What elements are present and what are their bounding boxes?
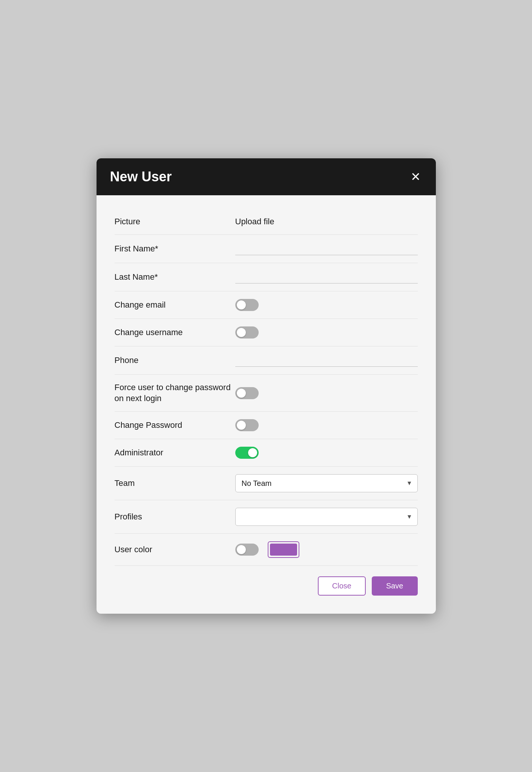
change-username-track <box>235 326 259 339</box>
change-username-label: Change username <box>115 327 235 338</box>
change-email-label: Change email <box>115 300 235 311</box>
last-name-control <box>235 271 418 283</box>
force-change-password-control <box>235 387 418 399</box>
first-name-row: First Name* <box>115 235 418 263</box>
administrator-toggle[interactable] <box>235 447 259 459</box>
color-swatch-wrapper[interactable] <box>268 541 299 558</box>
phone-label: Phone <box>115 355 235 366</box>
first-name-control <box>235 242 418 255</box>
change-email-knob <box>237 300 246 309</box>
picture-label: Picture <box>115 216 235 227</box>
profiles-control: ▼ <box>235 508 418 526</box>
force-change-password-knob <box>237 389 246 398</box>
administrator-track <box>235 447 259 459</box>
first-name-label: First Name* <box>115 244 235 254</box>
last-name-input[interactable] <box>235 271 418 283</box>
new-user-modal: New User ✕ Picture Upload file First Nam… <box>97 158 436 614</box>
change-password-knob <box>237 421 246 430</box>
picture-row: Picture Upload file <box>115 209 418 235</box>
phone-control <box>235 354 418 367</box>
force-change-password-label: Force user to change password on next lo… <box>115 382 235 404</box>
change-username-toggle[interactable] <box>235 326 259 339</box>
color-swatch <box>270 544 297 556</box>
change-email-control <box>235 299 418 311</box>
change-password-control <box>235 419 418 431</box>
change-email-track <box>235 299 259 311</box>
profiles-row: Profiles ▼ <box>115 500 418 534</box>
profiles-label: Profiles <box>115 512 235 522</box>
phone-row: Phone <box>115 346 418 375</box>
profiles-select-wrapper: ▼ <box>235 508 418 526</box>
user-color-knob <box>237 545 246 554</box>
change-password-toggle[interactable] <box>235 419 259 431</box>
administrator-label: Administrator <box>115 447 235 458</box>
administrator-control <box>235 447 418 459</box>
modal-title: New User <box>110 169 172 185</box>
modal-body: Picture Upload file First Name* Last Nam… <box>97 195 436 614</box>
user-color-label: User color <box>115 544 235 555</box>
force-change-password-track <box>235 387 259 399</box>
force-change-password-row: Force user to change password on next lo… <box>115 375 418 412</box>
last-name-row: Last Name* <box>115 263 418 291</box>
team-select-wrapper: No Team Team A Team B ▼ <box>235 474 418 492</box>
user-color-track <box>235 544 259 556</box>
administrator-row: Administrator <box>115 439 418 467</box>
team-row: Team No Team Team A Team B ▼ <box>115 467 418 500</box>
change-password-track <box>235 419 259 431</box>
user-color-control <box>235 541 418 558</box>
close-icon-button[interactable]: ✕ <box>409 169 422 184</box>
upload-file-link[interactable]: Upload file <box>235 217 274 226</box>
team-select[interactable]: No Team Team A Team B <box>235 474 418 492</box>
save-button[interactable]: Save <box>372 576 418 596</box>
change-password-row: Change Password <box>115 412 418 439</box>
profiles-select[interactable] <box>235 508 418 526</box>
force-change-password-toggle[interactable] <box>235 387 259 399</box>
close-button[interactable]: Close <box>318 576 366 596</box>
change-username-knob <box>237 328 246 337</box>
picture-control: Upload file <box>235 217 418 227</box>
user-color-toggle[interactable] <box>235 544 259 556</box>
team-control: No Team Team A Team B ▼ <box>235 474 418 492</box>
first-name-input[interactable] <box>235 242 418 255</box>
modal-footer: Close Save <box>115 566 418 596</box>
administrator-knob <box>248 448 257 457</box>
user-color-inner <box>235 541 418 558</box>
team-label: Team <box>115 478 235 489</box>
change-email-row: Change email <box>115 291 418 319</box>
last-name-label: Last Name* <box>115 272 235 283</box>
user-color-row: User color <box>115 534 418 566</box>
change-email-toggle[interactable] <box>235 299 259 311</box>
change-username-row: Change username <box>115 319 418 346</box>
change-username-control <box>235 326 418 339</box>
phone-input[interactable] <box>235 354 418 367</box>
modal-header: New User ✕ <box>97 158 436 195</box>
change-password-label: Change Password <box>115 420 235 431</box>
